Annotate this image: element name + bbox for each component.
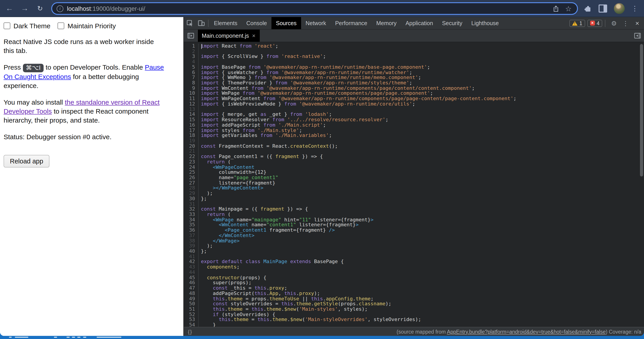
extensions-icon[interactable] bbox=[584, 5, 592, 12]
code-line-42[interactable]: 42export default class MainPage extends … bbox=[184, 259, 644, 265]
line-number[interactable]: 24 bbox=[184, 165, 199, 170]
settings-gear-icon[interactable]: ⚙ bbox=[608, 17, 620, 29]
line-number[interactable]: 52 bbox=[184, 312, 199, 317]
line-number[interactable]: 1 bbox=[184, 43, 199, 49]
line-number[interactable]: 7 bbox=[184, 75, 199, 80]
warnings-badge[interactable]: 1 bbox=[570, 19, 585, 27]
line-number[interactable]: 16 bbox=[184, 123, 199, 128]
line-number[interactable]: 51 bbox=[184, 307, 199, 312]
line-number[interactable]: 27 bbox=[184, 180, 199, 185]
code-line-25[interactable]: 25 columnwidth={12} bbox=[184, 170, 644, 175]
devtools-tab-sources[interactable]: Sources bbox=[272, 17, 301, 29]
devtools-tab-lighthouse[interactable]: Lighthouse bbox=[467, 17, 503, 29]
code-line-51[interactable]: 51 this.theme = this.theme.$new('Main-st… bbox=[184, 307, 644, 312]
code-line-26[interactable]: 26 name="page_content1" bbox=[184, 175, 644, 180]
file-tab-close-icon[interactable]: × bbox=[252, 32, 256, 39]
code-line-7[interactable]: 7import { WmMemo } from '@wavemaker/app-… bbox=[184, 75, 644, 80]
code-line-52[interactable]: 52 if (styleOverrides) { bbox=[184, 312, 644, 317]
code-line-40[interactable]: 40}; bbox=[184, 249, 644, 254]
line-number[interactable]: 12 bbox=[184, 101, 199, 107]
line-number[interactable]: 20 bbox=[184, 143, 199, 149]
line-number[interactable]: 25 bbox=[184, 170, 199, 175]
code-line-48[interactable]: 48 addPageScript(this.App, this.proxy); bbox=[184, 291, 644, 296]
code-line-30[interactable]: 30}; bbox=[184, 196, 644, 201]
line-number[interactable]: 54 bbox=[184, 322, 199, 327]
errors-badge[interactable]: × 4 bbox=[587, 19, 602, 27]
code-line-37[interactable]: 37 </WmContent> bbox=[184, 233, 644, 238]
code-line-35[interactable]: 35 <WmContent name="content1" listener={… bbox=[184, 223, 644, 228]
link[interactable]: the standalone version of React bbox=[65, 98, 160, 106]
code-line-17[interactable]: 17import styles from './Main.style'; bbox=[184, 128, 644, 133]
line-number[interactable]: 6 bbox=[184, 70, 199, 75]
code-line-49[interactable]: 49 this.theme = props.themeToUse || this… bbox=[184, 296, 644, 301]
line-number[interactable]: 45 bbox=[184, 275, 199, 280]
line-number[interactable]: 15 bbox=[184, 117, 199, 122]
line-number[interactable]: 22 bbox=[184, 154, 199, 159]
line-number[interactable]: 39 bbox=[184, 244, 199, 249]
line-number[interactable]: 21 bbox=[184, 149, 199, 154]
code-line-34[interactable]: 34 <WmPage name="mainpage" hint="11" lis… bbox=[184, 217, 644, 222]
line-number[interactable]: 31 bbox=[184, 201, 199, 207]
code-line-43[interactable]: 43 components; bbox=[184, 265, 644, 270]
line-number[interactable]: 34 bbox=[184, 217, 199, 222]
checkbox-dark-theme[interactable] bbox=[4, 22, 10, 29]
code-line-4[interactable]: 4 bbox=[184, 59, 644, 64]
devtools-tab-elements[interactable]: Elements bbox=[210, 17, 242, 29]
line-number[interactable]: 32 bbox=[184, 207, 199, 212]
code-line-36[interactable]: 36 <Page_content1 fragment={fragment} /> bbox=[184, 228, 644, 233]
line-number[interactable]: 38 bbox=[184, 238, 199, 243]
line-number[interactable]: 2 bbox=[184, 49, 199, 54]
line-number[interactable]: 41 bbox=[184, 254, 199, 259]
line-number[interactable]: 46 bbox=[184, 280, 199, 286]
code-line-54[interactable]: 54 } bbox=[184, 322, 644, 327]
line-number[interactable]: 8 bbox=[184, 80, 199, 85]
devtools-tab-application[interactable]: Application bbox=[401, 17, 438, 29]
code-line-47[interactable]: 47 const _this = this.proxy; bbox=[184, 286, 644, 291]
line-number[interactable]: 9 bbox=[184, 86, 199, 91]
devtools-menu-icon[interactable]: ⋮ bbox=[620, 17, 632, 29]
code-line-38[interactable]: 38 </WmPage> bbox=[184, 238, 644, 243]
site-info-icon[interactable]: i bbox=[57, 5, 63, 12]
code-line-32[interactable]: 32const Mainpage = ({ fragment }) => { bbox=[184, 207, 644, 212]
code-line-15[interactable]: 15import ResourceResolver from '../../re… bbox=[184, 117, 644, 122]
back-button[interactable]: ← bbox=[4, 3, 15, 14]
inspect-element-icon[interactable] bbox=[184, 17, 196, 29]
code-line-10[interactable]: 10import WmPage from '@wavemaker/app-rn-… bbox=[184, 91, 644, 96]
navigator-toggle-icon[interactable] bbox=[184, 30, 198, 42]
file-tab-main-component[interactable]: Main.component.js × bbox=[198, 30, 260, 42]
forward-button[interactable]: → bbox=[19, 3, 30, 14]
line-number[interactable]: 48 bbox=[184, 291, 199, 296]
code-line-33[interactable]: 33 return ( bbox=[184, 212, 644, 217]
line-number[interactable]: 33 bbox=[184, 212, 199, 217]
line-number[interactable]: 37 bbox=[184, 233, 199, 238]
devtools-close-icon[interactable]: × bbox=[632, 17, 643, 29]
share-icon[interactable] bbox=[552, 5, 559, 12]
devtools-tab-security[interactable]: Security bbox=[438, 17, 467, 29]
code-line-9[interactable]: 9import WmContent from '@wavemaker/app-r… bbox=[184, 86, 644, 91]
reload-app-button[interactable]: Reload app bbox=[4, 155, 50, 167]
code-line-20[interactable]: 20const FragmentContext = React.createCo… bbox=[184, 143, 644, 149]
line-number[interactable]: 14 bbox=[184, 112, 199, 117]
code-line-46[interactable]: 46 super(props); bbox=[184, 280, 644, 286]
code-line-29[interactable]: 29 ); bbox=[184, 191, 644, 196]
line-number[interactable]: 43 bbox=[184, 265, 199, 270]
code-line-16[interactable]: 16import addPageScript from './Main.scri… bbox=[184, 123, 644, 128]
url-text[interactable]: localhost:19000/debugger-ui/ bbox=[67, 5, 552, 12]
code-line-6[interactable]: 6import { useWatcher } from '@wavemaker/… bbox=[184, 70, 644, 75]
code-line-2[interactable]: 2 bbox=[184, 49, 644, 54]
line-number[interactable]: 49 bbox=[184, 296, 199, 301]
line-number[interactable]: 26 bbox=[184, 175, 199, 180]
devtools-tab-memory[interactable]: Memory bbox=[372, 17, 401, 29]
bookmark-star-icon[interactable]: ☆ bbox=[565, 4, 572, 13]
line-number[interactable]: 40 bbox=[184, 249, 199, 254]
side-panel-icon[interactable] bbox=[598, 4, 607, 12]
source-map-link[interactable]: AppEntry.bundle?platform=android&dev=tru… bbox=[447, 329, 606, 334]
line-number[interactable]: 36 bbox=[184, 228, 199, 233]
devtools-tab-performance[interactable]: Performance bbox=[330, 17, 372, 29]
line-number[interactable]: 5 bbox=[184, 65, 199, 70]
line-number[interactable]: 23 bbox=[184, 159, 199, 165]
reload-button[interactable]: ↻ bbox=[34, 3, 46, 14]
code-line-27[interactable]: 27 listener={fragment} bbox=[184, 180, 644, 185]
checkbox-label[interactable]: Maintain Priority bbox=[68, 22, 116, 30]
line-number[interactable]: 13 bbox=[184, 107, 199, 112]
